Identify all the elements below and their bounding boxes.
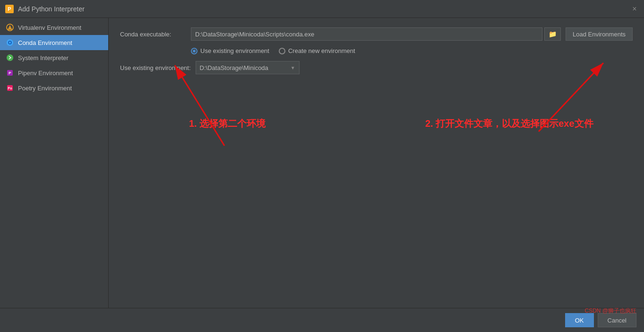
svg-text:P: P	[9, 71, 11, 75]
poetry-icon: Po	[6, 84, 14, 92]
chevron-down-icon: ▼	[291, 65, 295, 70]
use-existing-env-label: Use existing environment:	[120, 64, 191, 71]
existing-env-dropdown[interactable]: D:\DataStorage\Minicoda ▼	[196, 61, 300, 74]
system-icon	[6, 53, 14, 62]
main-content: Virtualenv Environment Conda Environment	[0, 18, 644, 308]
browse-button[interactable]: 📁	[544, 27, 561, 41]
conda-executable-input[interactable]	[191, 27, 542, 41]
load-environments-button[interactable]: Load Environments	[566, 27, 633, 41]
dialog-footer: OK Cancel	[0, 308, 644, 332]
use-existing-radio[interactable]	[191, 48, 197, 54]
create-new-radio-option[interactable]: Create new environment	[279, 47, 355, 54]
dropdown-value: D:\DataStorage\Minicoda	[200, 64, 268, 71]
conda-icon	[6, 38, 14, 47]
title-bar: P Add Python Interpreter ×	[0, 0, 644, 18]
close-button[interactable]: ×	[630, 4, 639, 14]
annotation-1: 1. 选择第二个环境	[189, 117, 266, 130]
sidebar-item-poetry[interactable]: Po Poetry Environment	[0, 80, 108, 96]
conda-executable-row: Conda executable: 📁 Load Environments	[120, 27, 633, 41]
sidebar-item-system[interactable]: System Interpreter	[0, 50, 108, 65]
svg-text:P: P	[8, 6, 11, 12]
sidebar-item-pipenv[interactable]: P Pipenv Environment	[0, 65, 108, 80]
sidebar-item-virtualenv[interactable]: Virtualenv Environment	[0, 20, 108, 35]
cancel-button[interactable]: Cancel	[598, 313, 636, 327]
svg-line-12	[175, 65, 224, 146]
conda-executable-label: Conda executable:	[120, 31, 186, 38]
sidebar-item-system-label: System Interpreter	[18, 54, 69, 61]
use-existing-label: Use existing environment	[200, 47, 269, 54]
sidebar-item-conda[interactable]: Conda Environment	[0, 35, 108, 50]
existing-env-row: Use existing environment: D:\DataStorage…	[120, 61, 633, 74]
create-new-radio[interactable]	[279, 48, 285, 54]
create-new-label: Create new environment	[288, 47, 355, 54]
sidebar-item-conda-label: Conda Environment	[18, 39, 72, 46]
title-bar-left: P Add Python Interpreter	[5, 4, 85, 14]
sidebar-item-virtualenv-label: Virtualenv Environment	[18, 24, 81, 31]
svg-text:Po: Po	[8, 87, 12, 90]
sidebar: Virtualenv Environment Conda Environment	[0, 18, 109, 308]
use-existing-radio-option[interactable]: Use existing environment	[191, 47, 269, 54]
radio-row: Use existing environment Create new envi…	[191, 47, 633, 54]
svg-point-5	[9, 42, 11, 44]
virtualenv-icon	[6, 23, 14, 32]
annotation-2: 2. 打开文件文章，以及选择图示exe文件	[425, 117, 593, 130]
dialog-title: Add Python Interpreter	[18, 5, 85, 13]
folder-icon: 📁	[549, 30, 557, 38]
conda-executable-input-group: 📁	[191, 27, 561, 41]
pipenv-icon: P	[6, 69, 14, 77]
ok-button[interactable]: OK	[565, 313, 594, 327]
sidebar-item-pipenv-label: Pipenv Environment	[18, 70, 73, 77]
existing-env-dropdown-group: D:\DataStorage\Minicoda ▼	[196, 61, 300, 74]
content-panel: Conda executable: 📁 Load Environments Us…	[109, 18, 644, 308]
sidebar-item-poetry-label: Poetry Environment	[18, 85, 72, 92]
app-icon: P	[5, 4, 14, 14]
dialog-window: P Add Python Interpreter × Virtualenv En…	[0, 0, 644, 332]
